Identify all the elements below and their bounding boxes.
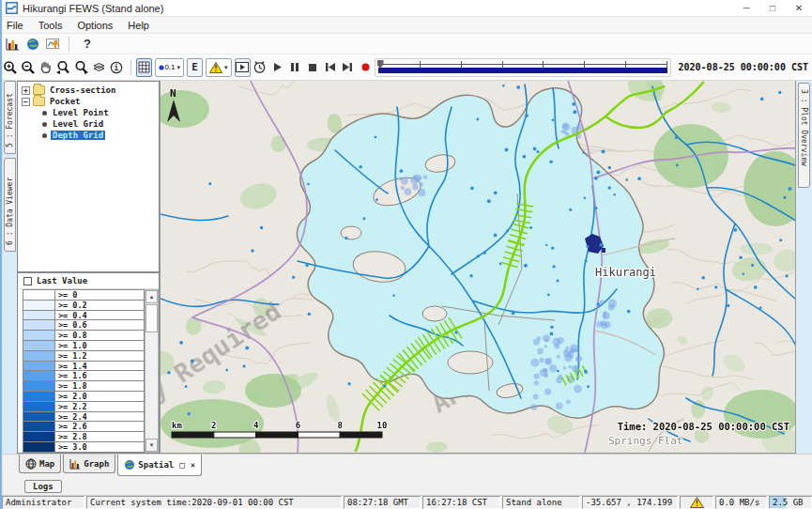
threshold-dropdown[interactable]: 0.1▾	[155, 58, 184, 77]
info-icon[interactable]: i	[109, 58, 125, 77]
record-button[interactable]	[358, 58, 374, 77]
collapse-icon[interactable]: −	[22, 98, 30, 106]
legend-class-label: >= 0.8	[55, 331, 87, 340]
tree-node-level-point[interactable]: Level Point	[18, 107, 159, 118]
bullet-icon	[42, 122, 47, 127]
legend-class-label: >= 1.4	[55, 362, 87, 371]
legend-row[interactable]: >= 3.0	[23, 442, 145, 453]
legend-row[interactable]: >= 2.4	[23, 412, 145, 423]
folder-icon	[33, 85, 45, 95]
timeline-tick	[461, 61, 462, 69]
menu-file[interactable]: File	[2, 17, 31, 34]
legend-row[interactable]: >= 1.6	[23, 371, 145, 381]
svg-text:!: !	[695, 500, 699, 508]
menu-tools[interactable]: Tools	[31, 17, 70, 34]
tree-node-label: Pocket	[48, 97, 83, 106]
layers-tree: + Cross-section − Pocket Level Point Lev…	[17, 81, 160, 272]
legend-row[interactable]: >= 2.8	[23, 432, 145, 442]
pause-button[interactable]	[287, 58, 303, 77]
animation-button[interactable]	[235, 58, 251, 77]
tab-plot-overview[interactable]: 3 : Plot Overview	[798, 83, 810, 188]
tree-node-pocket[interactable]: − Pocket	[18, 96, 159, 107]
tab-graph[interactable]: Graph	[63, 455, 115, 473]
status-warning[interactable]: !	[680, 496, 713, 509]
legend-color-swatch	[23, 381, 55, 391]
legend-row[interactable]: >= 0	[23, 290, 145, 301]
tab-spatial[interactable]: Spatial □ ✕	[117, 455, 202, 476]
legend-color-swatch	[23, 320, 55, 330]
explorer-bars-icon[interactable]	[3, 35, 22, 54]
expand-icon[interactable]: +	[22, 86, 30, 95]
chevron-down-icon: ▾	[224, 64, 228, 71]
menu-help[interactable]: Help	[120, 17, 157, 34]
legend-class-label: >= 2.8	[55, 432, 87, 441]
pan-hand-icon[interactable]	[38, 58, 54, 77]
play-button[interactable]	[269, 58, 285, 77]
timer-icon[interactable]	[253, 58, 268, 77]
grid-toggle-button[interactable]	[136, 58, 152, 77]
warning-icon: !	[690, 497, 704, 508]
labels-button[interactable]: E	[187, 58, 203, 77]
legend-row[interactable]: >= 2.6	[23, 422, 145, 432]
status-gmt-time: 08:27:18 GMT	[344, 496, 421, 509]
tree-node-level-grid[interactable]: Level Grid	[18, 118, 159, 130]
minimize-button[interactable]: ─	[733, 0, 759, 16]
tab-forecast[interactable]: 5 : Forecast	[4, 81, 16, 154]
legend-row[interactable]: >= 1.2	[23, 351, 145, 362]
tab-data-viewer[interactable]: 6 : Data Viewer	[4, 158, 16, 252]
timeline-tick	[420, 61, 421, 69]
status-system-time: Current system time:2020-09-01 00:00 CST	[86, 496, 342, 509]
tab-restore-icon[interactable]: □	[179, 460, 184, 470]
close-button[interactable]: ✕	[786, 0, 812, 16]
wire-globe-icon	[25, 458, 37, 470]
app-window: Hikurangi FEWS (Stand alone) ─ □ ✕ File …	[0, 0, 812, 509]
menu-options[interactable]: Options	[69, 17, 120, 34]
logs-row: Logs	[2, 478, 812, 495]
step-forward-button[interactable]	[340, 58, 356, 77]
toolbar-separator	[69, 37, 69, 52]
help-button[interactable]: ?	[84, 37, 91, 51]
warning-dropdown[interactable]: !▾	[206, 58, 232, 77]
zoom-previous-icon[interactable]	[55, 58, 71, 77]
chevron-down-icon: ▾	[177, 64, 181, 71]
globe-icon[interactable]	[23, 35, 42, 54]
tab-close-icon[interactable]: ✕	[191, 460, 195, 470]
logs-button[interactable]: Logs	[24, 480, 62, 493]
legend-color-swatch	[23, 442, 55, 452]
legend-row[interactable]: >= 0.2	[23, 301, 145, 311]
legend-row[interactable]: >= 1.4	[23, 362, 145, 372]
tree-node-depth-grid[interactable]: Depth Grid	[18, 130, 159, 141]
legend-row[interactable]: >= 0.8	[23, 331, 145, 341]
scroll-down-icon[interactable]: ▼	[146, 439, 158, 452]
legend-row[interactable]: >= 0.4	[23, 311, 145, 321]
last-value-checkbox[interactable]	[23, 277, 32, 285]
toolbar-separator	[130, 60, 131, 75]
zoom-out-icon[interactable]	[21, 58, 37, 77]
tree-node-label: Depth Grid	[51, 131, 105, 140]
scrollbar-thumb[interactable]	[146, 304, 158, 332]
bottom-tab-bar: Map Graph Spatial □ ✕	[2, 454, 812, 478]
chart-arrow-icon[interactable]	[44, 35, 63, 54]
map-viewport[interactable]: API Key Required API Key Required	[160, 81, 796, 454]
legend-class-label: >= 1.0	[55, 341, 87, 350]
timeline-slider[interactable]	[375, 58, 671, 77]
step-backward-button[interactable]	[322, 58, 338, 77]
legend-class-label: >= 0.4	[55, 311, 87, 320]
scroll-up-icon[interactable]: ▲	[146, 290, 158, 303]
legend-row[interactable]: >= 1.8	[23, 381, 145, 392]
last-value-label: Last Value	[37, 276, 87, 285]
legend-scrollbar[interactable]: ▲ ▼	[145, 289, 159, 453]
legend-row[interactable]: >= 1.0	[23, 341, 145, 351]
tab-map[interactable]: Map	[19, 455, 61, 473]
legend-row[interactable]: >= 2.2	[23, 402, 145, 412]
maximize-button[interactable]: □	[759, 0, 786, 16]
legend-row[interactable]: >= 2.0	[23, 392, 145, 402]
bullet-icon	[42, 111, 47, 116]
stop-button[interactable]	[305, 58, 321, 77]
warning-icon: !	[209, 62, 222, 73]
layers-icon[interactable]	[91, 58, 107, 77]
zoom-in-icon[interactable]	[3, 58, 19, 77]
legend-row[interactable]: >= 0.6	[23, 320, 145, 331]
zoom-next-icon[interactable]	[73, 58, 89, 77]
legend-color-swatch	[23, 290, 55, 300]
